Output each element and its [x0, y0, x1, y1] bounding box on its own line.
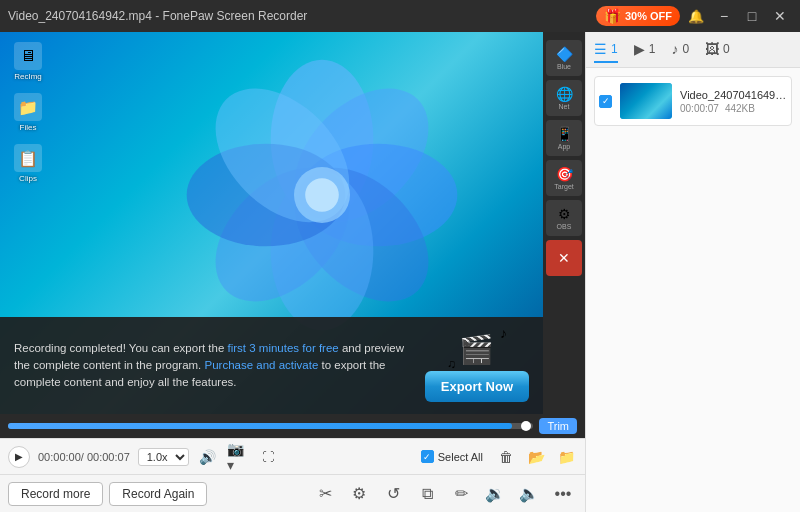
rotate-icon[interactable]: ↺ — [379, 480, 407, 508]
timeline-bar: Trim — [0, 414, 585, 438]
strip-icon-2-glyph: 🌐 — [556, 86, 573, 102]
music-note-icon-2: ♫ — [447, 357, 456, 371]
image-tab-icon: 🖼 — [705, 41, 719, 57]
timeline-scrubber[interactable] — [8, 423, 533, 429]
copy-icon[interactable]: ⧉ — [413, 480, 441, 508]
notification-overlay: Recording completed! You can export the … — [0, 317, 543, 414]
more-options-icon[interactable]: ••• — [549, 480, 577, 508]
item-checkbox[interactable]: ✓ — [599, 95, 612, 108]
desktop-icons: 🖥 RecImg 📁 Files 📋 Clips — [8, 42, 48, 183]
right-icons-strip: 🔷 Blue 🌐 Net 📱 App 🎯 Target — [543, 32, 585, 414]
edit-icon[interactable]: ✏ — [447, 480, 475, 508]
panel-tabs: ☰ 1 ▶ 1 ♪ 0 🖼 0 — [586, 32, 800, 68]
tab-video[interactable]: ▶ 1 — [634, 37, 656, 63]
strip-icon-1-label: Blue — [557, 63, 571, 70]
tab-list[interactable]: ☰ 1 — [594, 37, 618, 63]
speed-select[interactable]: 1.0x 0.5x 1.5x 2.0x — [138, 448, 189, 466]
video-content: 🖥 RecImg 📁 Files 📋 Clips 🔷 — [0, 32, 585, 414]
notification-text-before: Recording completed! You can export the — [14, 342, 228, 354]
more-icon[interactable]: 📁 — [555, 446, 577, 468]
strip-icon-4-label: Target — [554, 183, 573, 190]
item-duration: 00:00:07 — [680, 103, 719, 114]
desktop-icon-1[interactable]: 🖥 RecImg — [8, 42, 48, 81]
strip-icon-3[interactable]: 📱 App — [546, 120, 582, 156]
purchase-link[interactable]: Purchase and activate — [205, 359, 319, 371]
item-name: Video_240704164942.mp4 — [680, 89, 787, 101]
minimize-button[interactable]: − — [712, 4, 736, 28]
icon-label-2: Files — [20, 123, 37, 132]
scrubber-thumb — [521, 421, 531, 431]
strip-icon-6[interactable]: ✕ — [546, 240, 582, 276]
strip-icon-2-label: Net — [559, 103, 570, 110]
camera-icon[interactable]: 📷 ▾ — [227, 446, 249, 468]
fullscreen-icon[interactable]: ⛶ — [257, 446, 279, 468]
desktop-icon-3[interactable]: 📋 Clips — [8, 144, 48, 183]
export-now-button[interactable]: Export Now — [425, 371, 529, 402]
gift-icon: 🎁 — [604, 8, 621, 24]
time-display: 00:00:00/ 00:00:07 — [38, 451, 130, 463]
list-tab-count: 1 — [611, 42, 618, 56]
app-title: Video_240704164942.mp4 - FonePaw Screen … — [8, 9, 307, 23]
audio-tab-icon: ♪ — [671, 41, 678, 57]
right-panel: ☰ 1 ▶ 1 ♪ 0 🖼 0 ✓ — [585, 32, 800, 512]
select-all-label: Select All — [438, 451, 483, 463]
music-note-icon: ♪ — [500, 325, 507, 341]
scissors-icon[interactable]: ✂ — [311, 480, 339, 508]
strip-icon-4[interactable]: 🎯 Target — [546, 160, 582, 196]
title-bar: Video_240704164942.mp4 - FonePaw Screen … — [0, 0, 800, 32]
record-again-button[interactable]: Record Again — [109, 482, 207, 506]
tab-image[interactable]: 🖼 0 — [705, 37, 730, 63]
free-minutes-link[interactable]: first 3 minutes for free — [228, 342, 339, 354]
filter-icon[interactable]: ⚙ — [345, 480, 373, 508]
maximize-button[interactable]: □ — [740, 4, 764, 28]
recording-item: ✓ Video_240704164942.mp4 00:00:07 442KB — [594, 76, 792, 126]
audio-tab-count: 0 — [682, 42, 689, 56]
export-icon: 🎬 — [459, 333, 494, 366]
audio-icon[interactable]: 🔈 — [515, 480, 543, 508]
desktop-icon-2[interactable]: 📁 Files — [8, 93, 48, 132]
select-all-area: ✓ Select All — [421, 450, 483, 463]
sound-icon[interactable]: 🔉 — [481, 480, 509, 508]
record-more-button[interactable]: Record more — [8, 482, 103, 506]
discount-text: 30% OFF — [625, 10, 672, 22]
export-btn-container: 🎬 ♪ ♫ Export Now — [425, 329, 529, 402]
strip-icon-3-glyph: 📱 — [556, 126, 573, 142]
folder-icon[interactable]: 📂 — [525, 446, 547, 468]
item-size: 442KB — [725, 103, 755, 114]
item-thumb-inner — [620, 83, 672, 119]
strip-icon-1-glyph: 🔷 — [556, 46, 573, 62]
item-info: Video_240704164942.mp4 00:00:07 442KB — [680, 89, 787, 114]
delete-icon[interactable]: 🗑 — [495, 446, 517, 468]
svg-point-9 — [305, 178, 339, 212]
strip-icon-5-glyph: ⚙ — [558, 206, 571, 222]
strip-icon-1[interactable]: 🔷 Blue — [546, 40, 582, 76]
scrubber-fill — [8, 423, 512, 429]
bell-icon[interactable]: 🔔 — [684, 4, 708, 28]
icon-box-1: 🖥 — [14, 42, 42, 70]
list-tab-icon: ☰ — [594, 41, 607, 57]
icon-box-2: 📁 — [14, 93, 42, 121]
strip-icon-5[interactable]: ⚙ OBS — [546, 200, 582, 236]
close-button[interactable]: ✕ — [768, 4, 792, 28]
tab-audio[interactable]: ♪ 0 — [671, 37, 689, 63]
win11-wallpaper — [182, 55, 462, 335]
volume-icon[interactable]: 🔊 — [197, 446, 219, 468]
select-all-checkbox[interactable]: ✓ — [421, 450, 434, 463]
play-button[interactable]: ▶ — [8, 446, 30, 468]
title-bar-left: Video_240704164942.mp4 - FonePaw Screen … — [8, 9, 307, 23]
strip-icon-6-glyph: ✕ — [558, 250, 570, 266]
panel-content: ✓ Video_240704164942.mp4 00:00:07 442KB — [586, 68, 800, 512]
strip-icon-4-glyph: 🎯 — [556, 166, 573, 182]
icon-box-3: 📋 — [14, 144, 42, 172]
video-tab-icon: ▶ — [634, 41, 645, 57]
export-icon-area: 🎬 ♪ ♫ — [447, 329, 507, 369]
trim-button[interactable]: Trim — [539, 418, 577, 434]
video-area: 🖥 RecImg 📁 Files 📋 Clips 🔷 — [0, 32, 585, 512]
item-thumbnail — [620, 83, 672, 119]
strip-icon-3-label: App — [558, 143, 570, 150]
discount-badge[interactable]: 🎁 30% OFF — [596, 6, 680, 26]
icon-label-3: Clips — [19, 174, 37, 183]
strip-icon-2[interactable]: 🌐 Net — [546, 80, 582, 116]
main-layout: 🖥 RecImg 📁 Files 📋 Clips 🔷 — [0, 32, 800, 512]
controls-bar: ▶ 00:00:00/ 00:00:07 1.0x 0.5x 1.5x 2.0x… — [0, 438, 585, 474]
